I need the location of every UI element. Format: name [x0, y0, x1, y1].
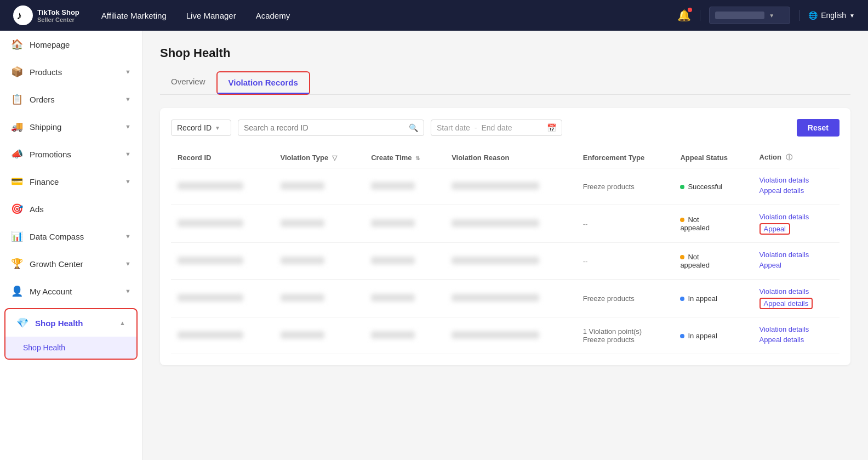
sidebar-shop-health-box: 💎 Shop Health ▲ Shop Health [4, 308, 138, 360]
chevron-finance-icon: ▼ [125, 178, 131, 185]
user-account-selector[interactable]: ▼ [709, 7, 790, 24]
cell-action: Violation details Appeal details [753, 280, 840, 317]
status-dot-yellow-3 [680, 255, 684, 259]
sidebar-item-products[interactable]: 📦 Products ▼ [0, 58, 142, 86]
cell-appeal-status: Notappealed [673, 205, 752, 243]
appeal-details-link-5[interactable]: Appeal details [760, 336, 833, 344]
sidebar-item-homepage[interactable]: 🏠 Homepage [0, 31, 142, 58]
products-icon: 📦 [11, 66, 23, 78]
sidebar-item-orders[interactable]: 📋 Orders ▼ [0, 86, 142, 113]
data-compass-icon: 📊 [11, 230, 23, 242]
sidebar-label-data-compass: Data Compass [30, 232, 118, 241]
topnav-right: 🔔 ▼ 🌐 English ▼ [677, 7, 855, 24]
chevron-products-icon: ▼ [125, 69, 131, 75]
filter-bar: Record ID ▼ 🔍 Start date - End date 📅 Re… [171, 119, 840, 137]
sidebar-label-my-account: My Account [30, 287, 118, 296]
tab-overview[interactable]: Overview [160, 71, 216, 94]
violation-details-link-4[interactable]: Violation details [760, 287, 833, 296]
violation-details-link-3[interactable]: Violation details [760, 251, 833, 259]
end-date-label: End date [481, 123, 512, 132]
sidebar-item-growth-center[interactable]: 🏆 Growth Center ▼ [0, 250, 142, 277]
sidebar-item-shipping[interactable]: 🚚 Shipping ▼ [0, 113, 142, 140]
cell-enforcement-type: -- [576, 243, 674, 280]
search-icon: 🔍 [409, 123, 418, 132]
cell-violation-type [274, 317, 365, 354]
chevron-down-lang-icon: ▼ [849, 13, 855, 19]
reset-button[interactable]: Reset [797, 119, 840, 137]
date-range-picker[interactable]: Start date - End date 📅 [431, 120, 562, 136]
sidebar-label-shipping: Shipping [30, 122, 118, 132]
sidebar: 🏠 Homepage 📦 Products ▼ 📋 Orders ▼ 🚚 Shi… [0, 31, 142, 460]
search-input[interactable] [244, 123, 406, 132]
col-violation-reason: Violation Reason [445, 147, 576, 168]
orders-icon: 📋 [11, 93, 23, 105]
home-icon: 🏠 [11, 38, 23, 50]
sidebar-item-ads[interactable]: 🎯 Ads [0, 195, 142, 223]
cell-appeal-status: In appeal [673, 280, 752, 317]
table-row: -- Notappealed Violation details Appeal [171, 243, 840, 280]
appeal-link-2[interactable]: Appeal [764, 225, 786, 233]
col-violation-type: Violation Type ▽ [274, 147, 365, 168]
nav-affiliate-marketing[interactable]: Affiliate Marketing [101, 11, 167, 20]
appeal-details-link-4[interactable]: Appeal details [764, 299, 809, 308]
chevron-growth-center-icon: ▼ [125, 260, 131, 267]
cell-create-time [364, 205, 445, 243]
language-label: English [821, 11, 846, 20]
cell-violation-reason [445, 317, 576, 354]
finance-icon: 💳 [11, 175, 23, 188]
filter-violation-type-icon[interactable]: ▽ [332, 154, 337, 162]
tab-violation-records-box: Violation Records [216, 71, 310, 95]
violation-details-link-5[interactable]: Violation details [760, 325, 833, 333]
svg-text:♪: ♪ [16, 9, 22, 21]
cell-violation-type [274, 243, 365, 280]
appeal-details-link-1[interactable]: Appeal details [760, 186, 833, 195]
logo-line1: TikTok Shop [37, 8, 79, 16]
cell-record-id [171, 280, 274, 317]
status-dot-blue-4 [680, 297, 684, 301]
cell-violation-type [274, 205, 365, 243]
search-wrapper: 🔍 [238, 120, 424, 136]
tiktok-logo-icon: ♪ [13, 5, 33, 25]
cell-enforcement-type: Freeze products [576, 280, 674, 317]
sidebar-label-orders: Orders [30, 95, 118, 104]
appeal-link-3[interactable]: Appeal [760, 261, 833, 269]
nav-live-manager[interactable]: Live Manager [186, 11, 236, 20]
main-layout: 🏠 Homepage 📦 Products ▼ 📋 Orders ▼ 🚚 Shi… [0, 31, 868, 460]
tab-violation-records[interactable]: Violation Records [218, 72, 309, 94]
col-create-time: Create Time ⇅ [364, 147, 445, 168]
status-dot-yellow [680, 218, 684, 222]
shop-health-icon: 💎 [16, 317, 28, 329]
violation-details-link-1[interactable]: Violation details [760, 176, 833, 184]
sidebar-label-promotions: Promotions [30, 150, 118, 159]
col-record-id: Record ID [171, 147, 274, 168]
language-selector[interactable]: 🌐 English ▼ [808, 11, 855, 20]
cell-appeal-status: Notappealed [673, 243, 752, 280]
page-title: Shop Health [160, 46, 850, 60]
sidebar-item-data-compass[interactable]: 📊 Data Compass ▼ [0, 223, 142, 250]
nav-academy[interactable]: Academy [256, 11, 290, 20]
record-id-select[interactable]: Record ID ▼ [171, 120, 231, 136]
table-row: 1 Violation point(s)Freeze products In a… [171, 317, 840, 354]
chevron-data-compass-icon: ▼ [125, 233, 131, 240]
sidebar-item-shop-health[interactable]: 💎 Shop Health ▲ [5, 309, 136, 337]
cell-violation-type [274, 280, 365, 317]
divider [700, 10, 700, 21]
sidebar-item-my-account[interactable]: 👤 My Account ▼ [0, 277, 142, 305]
main-content: Shop Health Overview Violation Records R… [142, 31, 868, 460]
sidebar-item-finance[interactable]: 💳 Finance ▼ [0, 168, 142, 195]
tabs: Overview Violation Records [160, 71, 850, 95]
violation-records-table: Record ID Violation Type ▽ Create Time ⇅ [171, 147, 840, 354]
globe-icon: 🌐 [808, 11, 818, 20]
sidebar-subitem-shop-health[interactable]: Shop Health [5, 337, 136, 359]
logo[interactable]: ♪ TikTok Shop Seller Center [13, 5, 79, 25]
violation-details-link-2[interactable]: Violation details [760, 213, 833, 221]
cell-appeal-status: Successful [673, 168, 752, 205]
sidebar-label-homepage: Homepage [30, 40, 131, 49]
chevron-shipping-icon: ▼ [125, 123, 131, 130]
table-row: Freeze products Successful Violation det… [171, 168, 840, 205]
sidebar-item-promotions[interactable]: 📣 Promotions ▼ [0, 140, 142, 168]
sort-create-time-icon[interactable]: ⇅ [415, 155, 420, 161]
sidebar-label-shop-health: Shop Health [35, 319, 113, 328]
notification-bell[interactable]: 🔔 [677, 9, 691, 22]
calendar-icon: 📅 [547, 123, 556, 132]
